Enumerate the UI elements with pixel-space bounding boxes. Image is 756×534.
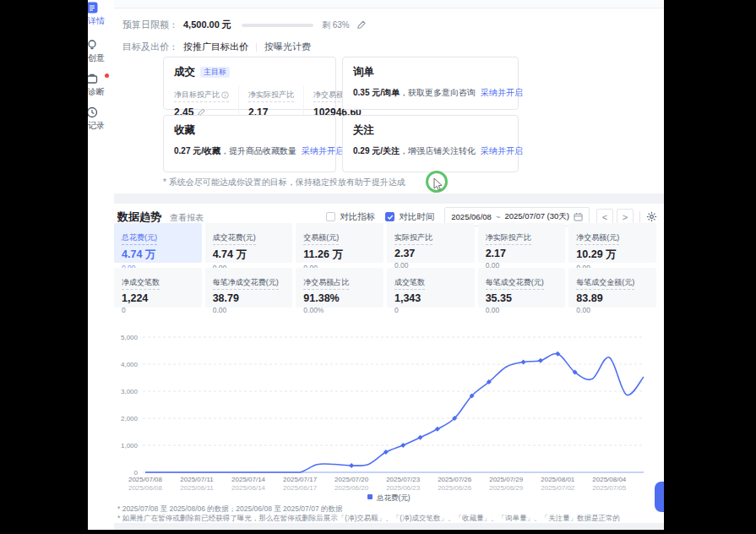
compare-metric-label: 对比指标 xyxy=(340,211,375,223)
sidebar-item-label: 广诊断 xyxy=(88,87,105,97)
adopt-enable-link[interactable]: 采纳并开启 xyxy=(481,88,523,97)
sidebar-item-idea[interactable]: 广创意 xyxy=(88,39,114,63)
goal-note: * 系统会尽可能达成你设置的目标，保持稳定投放有助于提升达成 xyxy=(163,177,405,188)
stat-value: 2.17 xyxy=(486,248,558,259)
stat-label: 每笔净成交花费(元) xyxy=(213,277,279,290)
stat-label: 成交笔数 xyxy=(394,277,425,290)
svg-text:2025/07/26: 2025/07/26 xyxy=(438,476,472,483)
sidebar-item-label: 广详情 xyxy=(88,16,105,26)
svg-text:2025/06/23: 2025/06/23 xyxy=(386,484,421,492)
goal-metric-label: 净目标投产比 xyxy=(174,90,220,101)
stat-value: 1,224 xyxy=(122,292,194,304)
goal-card-follow[interactable]: 关注 0.29 元/关注，增强店铺关注转化采纳并开启 xyxy=(342,115,519,172)
svg-text:2025/07/02: 2025/07/02 xyxy=(541,484,575,492)
adopt-enable-link[interactable]: 采纳并开启 xyxy=(302,146,344,155)
stat-card[interactable]: 净实际投产比2.170.00 xyxy=(478,223,566,263)
floating-side-button[interactable] xyxy=(655,482,664,512)
diagnose-icon xyxy=(88,73,98,84)
stat-value: 11.26 万 xyxy=(303,248,376,262)
goal-price: 0.35 元/询单 xyxy=(353,88,400,97)
bid-mode-by-impression[interactable]: 按曝光计费 xyxy=(264,41,311,53)
info-icon[interactable] xyxy=(221,91,229,99)
budget-edit-button[interactable] xyxy=(356,20,366,30)
sidebar-item-label: 作记录 xyxy=(88,121,105,131)
svg-text:总花费(元): 总花费(元) xyxy=(376,493,411,502)
divider xyxy=(639,211,640,222)
goal-card-deal[interactable]: 成交 主目标 净目标投产比 2.45 xyxy=(163,57,336,110)
svg-text:2025/07/23: 2025/07/23 xyxy=(386,476,421,483)
target-bid-row: 目标及出价： 按推广目标出价 按曝光计费 xyxy=(122,41,311,53)
target-label: 目标及出价： xyxy=(122,41,178,53)
calendar-icon xyxy=(574,212,583,221)
stat-value: 4.74 万 xyxy=(213,248,286,262)
sidebar-item-label: 广创意 xyxy=(88,53,105,63)
budget-remaining: 剩 63% xyxy=(322,19,350,31)
stat-card[interactable]: 交易额(元)11.26 万0.00 xyxy=(296,223,383,263)
goal-card-favorite[interactable]: 收藏 0.27 元/收藏，提升商品收藏数量采纳并开启 xyxy=(163,115,336,172)
svg-text:2025/07/08: 2025/07/08 xyxy=(128,476,163,483)
stat-label: 交易额(元) xyxy=(303,232,339,245)
stat-label: 每笔成交金额(元) xyxy=(576,277,634,290)
stat-label: 实际投产比 xyxy=(394,232,432,245)
trend-chart: 01,0002,0003,0004,0005,0002025/07/082025… xyxy=(114,329,659,502)
svg-text:2025/07/05: 2025/07/05 xyxy=(592,484,627,492)
stat-card[interactable]: 实际投产比2.370.00 xyxy=(387,223,475,263)
compare-time-toggle[interactable]: 对比时间 xyxy=(385,211,434,223)
mouse-cursor xyxy=(433,177,443,191)
compare-time-checkbox[interactable] xyxy=(385,212,394,221)
svg-text:2025/06/26: 2025/06/26 xyxy=(438,484,472,492)
stat-card[interactable]: 成交笔数1,3430 xyxy=(387,268,475,308)
view-report-link[interactable]: 查看报表 xyxy=(170,212,204,224)
svg-text:2025/06/08: 2025/06/08 xyxy=(128,484,163,492)
goal-card-inquiry[interactable]: 询单 0.35 元/询单，获取更多意向咨询采纳并开启 xyxy=(342,57,519,110)
stat-compare-value: 0 xyxy=(122,306,194,314)
stat-card[interactable]: 净交易额占比91.38%0.00% xyxy=(296,268,383,308)
compare-metric-checkbox[interactable] xyxy=(326,212,335,221)
sidebar-item-detail[interactable]: 广详情 xyxy=(88,2,114,26)
stat-label: 总花费(元) xyxy=(122,232,157,245)
compare-metric-toggle[interactable]: 对比指标 xyxy=(326,211,375,223)
date-range-end: 2025/07/07 (30天) xyxy=(504,211,569,222)
stat-compare-value: 0.00 xyxy=(213,306,286,314)
gear-icon[interactable] xyxy=(646,211,657,222)
date-range-start: 2025/06/08 xyxy=(451,212,492,221)
stat-card[interactable]: 每笔净成交花费(元)38.790.00 xyxy=(205,268,293,308)
budget-label: 预算日限额： xyxy=(122,19,178,31)
stat-label: 成交花费(元) xyxy=(213,232,256,245)
stat-card[interactable]: 净成交笔数1,2240 xyxy=(114,268,202,308)
stat-card[interactable]: 每笔成交花费(元)35.350.00 xyxy=(478,268,566,308)
stat-value: 35.35 xyxy=(486,292,558,304)
svg-text:2025/07/14: 2025/07/14 xyxy=(231,476,266,483)
stat-card[interactable]: 每笔成交金额(元)83.890.00 xyxy=(568,268,656,308)
sidebar-item-diagnose[interactable]: 广诊断 xyxy=(88,73,114,97)
app-window: 广详情 广创意 广诊断 xyxy=(88,0,664,530)
svg-text:2,000: 2,000 xyxy=(121,415,139,422)
svg-text:2025/07/29: 2025/07/29 xyxy=(489,476,524,483)
screenshot-stage: 广详情 广创意 广诊断 xyxy=(0,0,756,534)
svg-text:2025/08/04: 2025/08/04 xyxy=(592,476,627,483)
stat-value: 10.29 万 xyxy=(576,248,649,262)
stat-value: 4.74 万 xyxy=(122,248,194,262)
stat-label: 每笔成交花费(元) xyxy=(486,277,544,290)
stat-card[interactable]: 净交易额(元)10.29 万0.00 xyxy=(568,223,656,263)
stat-value: 38.79 xyxy=(213,292,286,304)
stat-compare-value: 0.00 xyxy=(486,306,558,314)
stat-card[interactable]: 成交花费(元)4.74 万0.00 xyxy=(205,223,293,263)
adopt-enable-link[interactable]: 采纳并开启 xyxy=(481,146,523,155)
stat-compare-value: 0.00% xyxy=(303,306,376,314)
budget-row: 预算日限额： 4,500.00 元 剩 63% xyxy=(122,19,366,31)
chart-footnote-disclaimer: * 如果推广在暂停或删除前已经获得了曝光，那么在暂停或删除后展示「(净)交易额」… xyxy=(117,514,620,524)
pencil-icon xyxy=(356,20,366,30)
bid-mode-by-goal[interactable]: 按推广目标出价 xyxy=(183,41,248,53)
svg-text:4,000: 4,000 xyxy=(121,361,139,368)
goal-metric: 净目标投产比 2.45 xyxy=(174,85,239,118)
sidebar-item-record[interactable]: 作记录 xyxy=(88,106,114,131)
svg-text:2025/06/14: 2025/06/14 xyxy=(231,484,266,492)
svg-text:2025/07/11: 2025/07/11 xyxy=(180,476,214,483)
goal-price: 0.27 元/收藏 xyxy=(174,146,220,155)
goal-desc-text: ，增强店铺关注转化 xyxy=(400,146,476,155)
stat-card[interactable]: 总花费(元)4.74 万0.00 xyxy=(114,223,202,263)
goal-card-title: 关注 xyxy=(353,123,374,138)
goal-cards-grid: 成交 主目标 净目标投产比 2.45 xyxy=(163,57,519,172)
goal-metric-label: 净实际投产比 xyxy=(248,90,294,101)
